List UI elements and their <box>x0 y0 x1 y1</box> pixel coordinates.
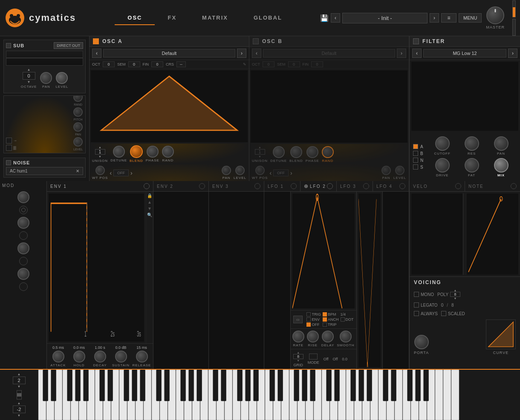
fin-val[interactable]: 0 <box>151 61 163 67</box>
osc-b-unison-down[interactable]: ▼ <box>258 155 261 158</box>
env1-down-icon[interactable]: ▼ <box>147 206 152 211</box>
poly-up[interactable]: ▲ <box>454 289 457 292</box>
pitch2-checkbox[interactable] <box>6 145 12 151</box>
octave-value[interactable]: 0 <box>23 72 35 80</box>
wt-pos-knob[interactable] <box>95 166 105 175</box>
osc-a-checkbox[interactable] <box>93 38 99 44</box>
filter-n-button[interactable]: N <box>413 158 423 163</box>
scaled-checkbox[interactable] <box>441 311 446 316</box>
filter-b-button[interactable]: B <box>413 151 423 156</box>
pitch-dn-down[interactable]: ▼ <box>17 414 21 417</box>
sub-pan-knob[interactable] <box>40 72 52 84</box>
master-knob[interactable] <box>486 6 504 24</box>
mod-knob-2[interactable] <box>17 217 29 229</box>
crs-val[interactable]: -- <box>176 61 186 67</box>
osc-b-unison-value[interactable]: 1 <box>255 149 265 155</box>
rand-knob[interactable] <box>73 95 83 102</box>
cutoff-knob[interactable] <box>435 136 450 151</box>
save-icon[interactable]: 💾 <box>320 14 329 22</box>
trip-checkbox[interactable] <box>323 322 327 327</box>
always-checkbox[interactable] <box>414 311 419 316</box>
osc-b-phase-knob[interactable] <box>306 146 318 158</box>
legato-checkbox[interactable] <box>414 302 419 308</box>
detune-knob[interactable] <box>113 146 125 158</box>
octave-down[interactable]: ▼ <box>27 80 31 84</box>
grid-up[interactable]: ▲ <box>297 351 300 354</box>
octave-up[interactable]: ▲ <box>27 68 31 72</box>
osc-b-sem-val[interactable]: 0 <box>288 61 300 67</box>
dot-checkbox[interactable] <box>341 317 345 322</box>
mod-mini-1[interactable] <box>19 206 28 214</box>
grid-down[interactable]: ▼ <box>297 359 300 362</box>
sub-level2-knob[interactable] <box>73 137 83 147</box>
mod-knob-1[interactable] <box>17 191 29 203</box>
pitch-dn-up[interactable]: ▲ <box>17 401 21 405</box>
osc-b-blend-knob[interactable] <box>290 146 302 158</box>
bpm-toggle[interactable]: BPM <box>323 312 339 316</box>
mod-mini-2[interactable] <box>19 231 28 240</box>
sustain-knob[interactable] <box>115 351 127 362</box>
osc-a-phase-knob[interactable] <box>147 146 159 158</box>
pitch-up-val[interactable]: 2 <box>13 377 26 384</box>
pitch-up-btn[interactable]: ▲ <box>17 372 21 376</box>
pitch-slider[interactable] <box>17 390 22 400</box>
filter-a-checkbox[interactable] <box>413 144 418 149</box>
osc-b-next[interactable]: › <box>397 49 406 58</box>
mix-knob[interactable] <box>494 158 508 173</box>
edit-icon[interactable]: ✎ <box>243 62 246 66</box>
pitch-down-val[interactable]: -2 <box>13 406 26 413</box>
filter-next[interactable]: › <box>508 49 517 58</box>
osc-b-oct-val[interactable]: 0 <box>263 61 274 67</box>
lfo2-icon-btn[interactable]: ▭ <box>293 312 305 327</box>
filter-prev[interactable]: ‹ <box>412 49 422 58</box>
tab-fx[interactable]: FX <box>155 11 189 25</box>
tab-matrix[interactable]: MATRIX <box>189 11 241 25</box>
filter-a-button[interactable]: A <box>413 144 423 149</box>
env1-zoom-icon[interactable]: 🔍 <box>147 213 152 217</box>
pitch-checkbox[interactable] <box>6 138 12 144</box>
filter-s-checkbox[interactable] <box>413 164 418 170</box>
drive-knob[interactable] <box>435 158 450 173</box>
env1-lock-icon[interactable]: 🔒 <box>147 193 152 198</box>
res-knob[interactable] <box>465 136 479 151</box>
sem-val[interactable]: 0 <box>128 61 140 67</box>
menu-button[interactable]: MENU <box>459 13 482 23</box>
delay-knob[interactable] <box>322 331 334 342</box>
filter-pan-knob[interactable] <box>494 136 508 151</box>
filter-checkbox[interactable] <box>413 38 419 44</box>
filter-s-button[interactable]: S <box>413 164 423 170</box>
release-knob[interactable] <box>136 351 148 362</box>
filter-b-checkbox[interactable] <box>413 151 418 156</box>
env-toggle[interactable]: ENV <box>306 317 321 322</box>
noise-type-button[interactable]: AC hum1 ✕ <box>6 167 83 175</box>
trig-checkbox[interactable] <box>306 312 311 316</box>
next-preset[interactable]: › <box>430 13 439 23</box>
tab-global[interactable]: GLOBAL <box>241 11 295 25</box>
attack-knob[interactable] <box>52 351 64 362</box>
filter-n-checkbox[interactable] <box>413 158 418 163</box>
tab-osc[interactable]: OSC <box>115 11 155 25</box>
off-checkbox[interactable] <box>306 322 311 327</box>
osc-b-level-knob[interactable] <box>395 166 404 175</box>
porta-knob[interactable] <box>414 335 429 349</box>
pitch-knob[interactable] <box>73 107 83 117</box>
osc-a-next[interactable]: › <box>237 49 246 58</box>
unison-down[interactable]: ▼ <box>98 155 101 158</box>
pitch-up-down[interactable]: ▼ <box>17 385 21 388</box>
prev-preset[interactable]: ‹ <box>331 13 340 23</box>
curve-display[interactable] <box>486 319 516 349</box>
trig-toggle[interactable]: TRIG <box>306 312 321 316</box>
trip-toggle[interactable]: TRIP <box>323 322 339 327</box>
osc-b-pan-knob[interactable] <box>381 166 391 175</box>
sub-pan2-knob[interactable] <box>73 122 83 132</box>
osc-b-detune-knob[interactable] <box>273 146 285 158</box>
osc-b-unison-up[interactable]: ▲ <box>258 146 261 149</box>
env-checkbox[interactable] <box>306 317 311 322</box>
filter-type[interactable]: MG Low 12 <box>423 49 506 58</box>
mod-mini-3[interactable] <box>19 257 28 265</box>
osc-b-preset[interactable]: Default <box>263 49 395 58</box>
osc-b-wt-prev[interactable]: ‹ <box>269 170 272 176</box>
bpm-checkbox[interactable] <box>323 312 327 316</box>
osc-b-wt-pos-knob[interactable] <box>255 166 265 175</box>
direct-out-button[interactable]: DIRECT OUT <box>54 42 83 49</box>
